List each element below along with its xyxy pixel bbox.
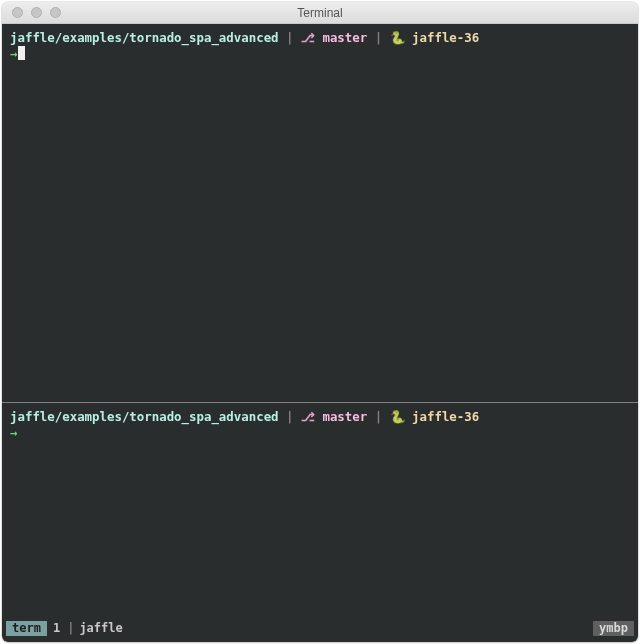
status-hostname: ymbp [593,621,634,636]
git-branch: master [322,30,367,45]
terminal-window: Terminal jaffle/examples/tornado_spa_adv… [2,2,638,642]
minimize-icon[interactable] [31,7,42,18]
zoom-icon[interactable] [50,7,61,18]
arrow-icon: → [10,46,17,61]
git-branch: master [322,409,367,424]
status-separator: | [66,621,75,636]
arrow-icon: → [10,425,17,440]
prompt-input-line[interactable]: → [10,425,630,441]
prompt-path: jaffle/examples/tornado_spa_advanced [10,409,279,424]
shell-prompt: jaffle/examples/tornado_spa_advanced | ⎇… [10,30,630,46]
conda-env: jaffle-36 [412,30,479,45]
shell-prompt: jaffle/examples/tornado_spa_advanced | ⎇… [10,409,630,425]
status-tab-index: 1 [47,621,66,636]
snake-icon: 🐍 [390,30,405,45]
traffic-lights [2,7,61,18]
prompt-input-line[interactable]: → [10,46,630,62]
status-session-name: jaffle [75,621,126,636]
status-tab-label[interactable]: term [6,621,47,636]
branch-icon: ⎇ [301,30,315,45]
tmux-statusbar: term 1 | jaffle ymbp [6,621,634,636]
window-title: Terminal [2,6,638,20]
terminal-body[interactable]: jaffle/examples/tornado_spa_advanced | ⎇… [2,24,638,642]
prompt-path: jaffle/examples/tornado_spa_advanced [10,30,279,45]
tmux-pane-bottom[interactable]: jaffle/examples/tornado_spa_advanced | ⎇… [2,403,638,642]
tmux-pane-top[interactable]: jaffle/examples/tornado_spa_advanced | ⎇… [2,24,638,402]
close-icon[interactable] [12,7,23,18]
branch-icon: ⎇ [301,409,315,424]
conda-env: jaffle-36 [412,409,479,424]
cursor-icon [18,46,25,60]
window-titlebar[interactable]: Terminal [2,2,638,24]
snake-icon: 🐍 [390,409,405,424]
